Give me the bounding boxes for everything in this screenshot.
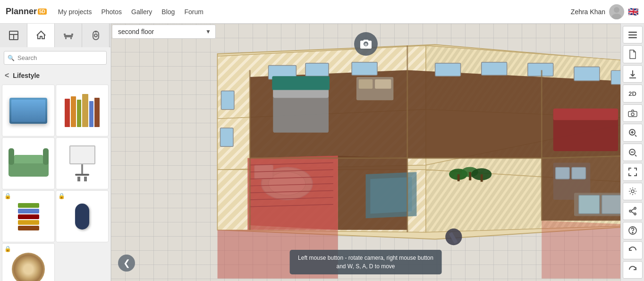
undo-btn[interactable] bbox=[623, 241, 643, 259]
item-whiteboard[interactable] bbox=[56, 137, 109, 189]
svg-point-1 bbox=[612, 14, 621, 19]
nav-links: My projects Photos Gallery Blog Forum bbox=[58, 8, 571, 16]
svg-rect-90 bbox=[628, 37, 637, 38]
logo[interactable]: Planner 5D bbox=[6, 7, 47, 17]
right-sidebar: 2D bbox=[620, 24, 644, 281]
floor-plan-tool[interactable] bbox=[0, 24, 27, 47]
svg-point-103 bbox=[634, 207, 636, 209]
svg-rect-88 bbox=[628, 32, 637, 33]
svg-rect-42 bbox=[221, 91, 234, 110]
nav-my-projects[interactable]: My projects bbox=[58, 8, 92, 16]
svg-line-107 bbox=[631, 209, 634, 211]
user-area: Zehra Khan 🇬🇧 bbox=[571, 4, 638, 19]
books-colorful-display bbox=[65, 94, 100, 127]
menu-btn[interactable] bbox=[623, 26, 643, 43]
search-input[interactable] bbox=[4, 51, 107, 65]
floor-select-container: second floor first floor third floor ▼ bbox=[112, 25, 216, 39]
svg-rect-8 bbox=[64, 34, 66, 35]
help-btn[interactable] bbox=[623, 222, 643, 239]
item-books-colorful[interactable] bbox=[56, 85, 109, 136]
settings-btn[interactable] bbox=[623, 183, 643, 200]
nav-back-button[interactable]: ❮ bbox=[118, 255, 135, 272]
category-header[interactable]: < Lifestyle bbox=[0, 68, 110, 83]
2d-btn[interactable]: 2D bbox=[623, 85, 643, 102]
files-btn[interactable] bbox=[623, 45, 643, 63]
item-rug-round[interactable]: 🔒 bbox=[2, 243, 55, 281]
search-icon: 🔍 bbox=[8, 55, 15, 61]
svg-rect-46 bbox=[272, 76, 330, 90]
tool-bar bbox=[0, 24, 110, 47]
fit-btn[interactable] bbox=[623, 163, 643, 180]
zoom-in-btn[interactable] bbox=[623, 124, 643, 141]
object-tool[interactable] bbox=[82, 24, 110, 47]
nav-back-icon: ❮ bbox=[123, 258, 130, 268]
svg-rect-7 bbox=[70, 37, 72, 39]
svg-point-10 bbox=[94, 34, 97, 37]
share-btn[interactable] bbox=[623, 202, 643, 220]
item-blue-mat[interactable] bbox=[2, 85, 55, 136]
svg-rect-5 bbox=[64, 35, 73, 37]
search-bar: 🔍 bbox=[4, 51, 107, 65]
lock-icon-rug-round: 🔒 bbox=[4, 246, 11, 252]
tooltip-line2: and W, S, A, D to move bbox=[336, 263, 395, 270]
svg-rect-48 bbox=[359, 79, 373, 89]
svg-rect-35 bbox=[528, 63, 553, 76]
svg-line-100 bbox=[635, 155, 636, 156]
svg-rect-80 bbox=[556, 167, 569, 179]
left-sidebar: 🔍 < Lifestyle bbox=[0, 24, 111, 281]
svg-marker-57 bbox=[370, 177, 412, 213]
zoom-out-btn[interactable] bbox=[623, 144, 643, 161]
3d-scene bbox=[111, 24, 620, 281]
item-books-stack[interactable]: 🔒 bbox=[2, 190, 55, 242]
svg-point-105 bbox=[634, 213, 636, 215]
svg-rect-81 bbox=[572, 167, 585, 179]
top-navigation: Planner 5D My projects Photos Gallery Bl… bbox=[0, 0, 644, 24]
svg-rect-33 bbox=[435, 63, 461, 76]
floor-select[interactable]: second floor first floor third floor bbox=[112, 25, 216, 39]
svg-rect-78 bbox=[553, 109, 618, 120]
nav-gallery[interactable]: Gallery bbox=[131, 8, 152, 16]
nav-blog[interactable]: Blog bbox=[161, 8, 175, 16]
svg-marker-27 bbox=[407, 70, 542, 158]
category-label: Lifestyle bbox=[13, 72, 40, 79]
svg-line-106 bbox=[631, 212, 634, 213]
item-roll-pillow[interactable]: 🔒 bbox=[56, 190, 109, 242]
svg-rect-9 bbox=[71, 34, 73, 35]
lock-icon-roll-pillow: 🔒 bbox=[58, 193, 65, 199]
avatar[interactable] bbox=[609, 4, 624, 19]
svg-rect-36 bbox=[574, 67, 600, 81]
furniture-tool[interactable] bbox=[55, 24, 82, 47]
svg-marker-86 bbox=[542, 221, 620, 279]
logo-badge: 5D bbox=[38, 9, 47, 15]
logo-text: Planner bbox=[6, 7, 37, 17]
svg-rect-37 bbox=[611, 70, 620, 84]
redo-btn[interactable] bbox=[623, 261, 643, 279]
tooltip-line1: Left mouse button - rotate camera, right… bbox=[298, 255, 433, 261]
svg-rect-53 bbox=[458, 174, 460, 181]
svg-rect-89 bbox=[628, 34, 637, 35]
main-viewport: ❮ Left mouse button - rotate camera, rig… bbox=[111, 24, 620, 281]
2d-label: 2D bbox=[628, 90, 636, 97]
nav-photos[interactable]: Photos bbox=[101, 8, 122, 16]
download-btn[interactable] bbox=[623, 65, 643, 83]
svg-rect-54 bbox=[469, 172, 471, 180]
svg-rect-49 bbox=[375, 79, 391, 89]
svg-rect-34 bbox=[482, 62, 507, 75]
item-green-sofa[interactable] bbox=[2, 137, 55, 189]
nav-forum[interactable]: Forum bbox=[184, 8, 203, 16]
svg-point-102 bbox=[631, 190, 634, 193]
floor-selector-wrapper: second floor first floor third floor ▼ bbox=[112, 25, 216, 39]
svg-point-109 bbox=[632, 232, 633, 233]
svg-rect-32 bbox=[352, 62, 377, 75]
flag-icon: 🇬🇧 bbox=[628, 7, 638, 17]
svg-rect-84 bbox=[602, 195, 620, 213]
home-tool[interactable] bbox=[27, 24, 55, 47]
screenshot-camera-button[interactable] bbox=[354, 32, 378, 56]
svg-rect-55 bbox=[481, 174, 483, 182]
svg-rect-83 bbox=[579, 195, 600, 213]
svg-line-96 bbox=[635, 135, 636, 136]
camera-snap-btn[interactable] bbox=[623, 104, 643, 122]
svg-point-0 bbox=[614, 7, 619, 13]
svg-point-12 bbox=[95, 31, 96, 32]
lock-icon-books-stack: 🔒 bbox=[4, 193, 11, 199]
